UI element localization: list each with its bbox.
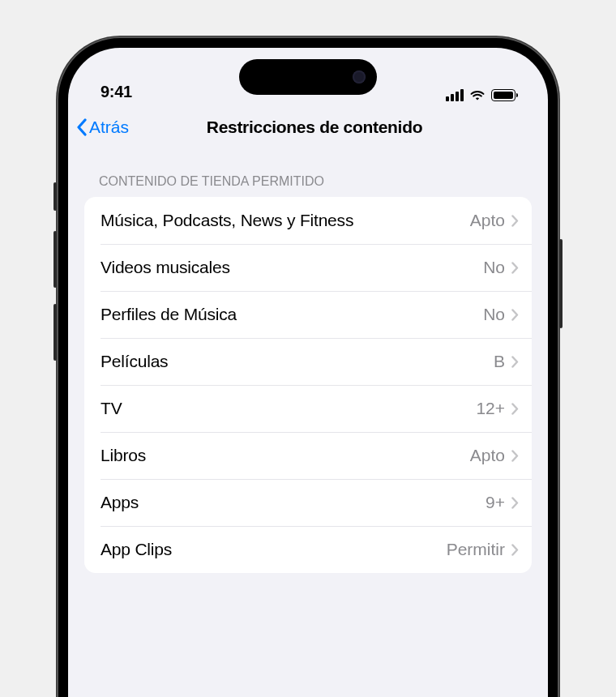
row-music-videos[interactable]: Videos musicales No [84, 244, 532, 291]
chevron-right-icon [511, 262, 519, 274]
row-music-podcasts-news-fitness[interactable]: Música, Podcasts, News y Fitness Apto [84, 197, 532, 244]
chevron-right-icon [511, 450, 519, 462]
phone-screen: 9:41 [68, 48, 548, 697]
phone-frame: 9:41 [57, 36, 559, 697]
chevron-right-icon [511, 215, 519, 227]
row-label: App Clips [101, 540, 447, 559]
chevron-left-icon [76, 118, 88, 136]
page-title: Restricciones de contenido [94, 118, 535, 137]
chevron-right-icon [511, 309, 519, 321]
row-value: B [494, 352, 505, 371]
row-label: Música, Podcasts, News y Fitness [101, 211, 470, 230]
back-label: Atrás [89, 118, 129, 137]
row-app-clips[interactable]: App Clips Permitir [84, 526, 532, 573]
row-movies[interactable]: Películas B [84, 338, 532, 385]
row-value: Apto [470, 446, 505, 465]
row-label: Películas [101, 352, 494, 371]
row-apps[interactable]: Apps 9+ [84, 479, 532, 526]
row-label: TV [101, 399, 476, 418]
back-button[interactable]: Atrás [76, 118, 129, 137]
row-value: No [483, 305, 505, 324]
silent-switch [53, 182, 57, 211]
dynamic-island [239, 59, 377, 95]
volume-up-button [53, 231, 57, 288]
cellular-icon [446, 89, 464, 101]
chevron-right-icon [511, 403, 519, 415]
chevron-right-icon [511, 497, 519, 509]
side-button [559, 239, 563, 328]
row-music-profiles[interactable]: Perfiles de Música No [84, 291, 532, 338]
row-label: Videos musicales [101, 258, 483, 277]
battery-icon [491, 89, 515, 101]
chevron-right-icon [511, 544, 519, 556]
row-books[interactable]: Libros Apto [84, 432, 532, 479]
row-label: Libros [101, 446, 470, 465]
volume-down-button [53, 304, 57, 361]
wifi-icon [469, 89, 486, 101]
content-area: CONTENIDO DE TIENDA PERMITIDO Música, Po… [68, 150, 548, 573]
section-header: CONTENIDO DE TIENDA PERMITIDO [84, 150, 532, 197]
navigation-bar: Atrás Restricciones de contenido [68, 106, 548, 150]
chevron-right-icon [511, 356, 519, 368]
row-tv[interactable]: TV 12+ [84, 385, 532, 432]
status-icons [446, 89, 515, 101]
row-value: 9+ [486, 493, 505, 512]
settings-list: Música, Podcasts, News y Fitness Apto Vi… [84, 197, 532, 573]
row-value: No [483, 258, 505, 277]
row-value: Permitir [447, 540, 505, 559]
row-label: Apps [101, 493, 486, 512]
status-time: 9:41 [101, 83, 132, 101]
row-value: 12+ [476, 399, 505, 418]
row-label: Perfiles de Música [101, 305, 483, 324]
front-camera [353, 71, 366, 83]
row-value: Apto [470, 211, 505, 230]
